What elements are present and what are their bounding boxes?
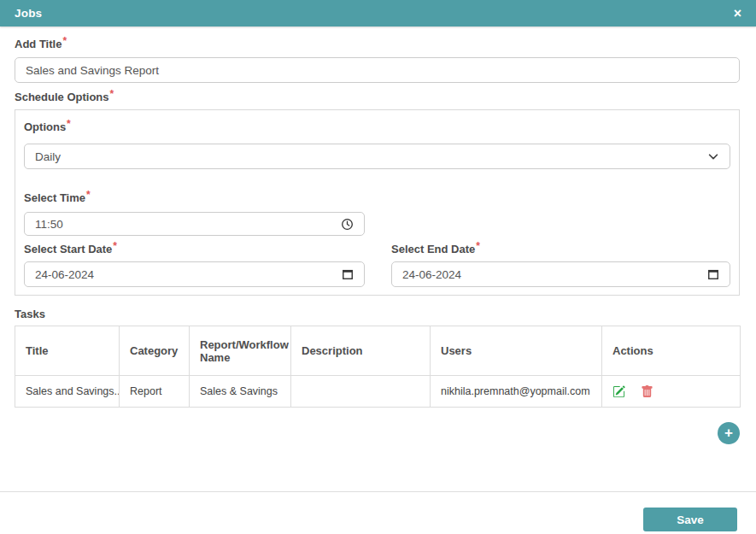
schedule-options-group: Options* Daily Select Time* 11:50 Select… xyxy=(15,109,740,296)
required-asterisk: * xyxy=(86,189,91,201)
tasks-table: Title Category Report/Workflow Name Desc… xyxy=(15,326,741,408)
add-title-label: Add Title* xyxy=(15,38,740,50)
time-input[interactable]: 11:50 xyxy=(24,212,365,236)
options-selected-value: Daily xyxy=(35,150,61,163)
required-asterisk: * xyxy=(476,240,480,252)
column-header-report-workflow-name: Report/Workflow Name xyxy=(190,326,291,376)
cell-description xyxy=(291,376,431,408)
save-button[interactable]: Save xyxy=(643,508,737,531)
modal-footer: Save xyxy=(15,492,740,531)
end-date-value: 24-06-2024 xyxy=(402,268,461,281)
options-label: Options* xyxy=(24,120,730,133)
start-date-input[interactable]: 24-06-2024 xyxy=(24,261,365,287)
edit-button[interactable] xyxy=(612,385,625,398)
cell-report-workflow-name: Sales & Savings xyxy=(190,376,291,408)
trash-icon xyxy=(641,385,653,398)
delete-button[interactable] xyxy=(641,385,653,398)
required-asterisk: * xyxy=(62,35,67,47)
tasks-label: Tasks xyxy=(15,308,740,320)
date-row: Select Start Date* 24-06-2024 Select End… xyxy=(24,243,730,287)
cell-actions xyxy=(602,376,741,408)
column-header-category: Category xyxy=(120,326,190,376)
column-header-actions: Actions xyxy=(602,326,741,376)
column-header-title: Title xyxy=(15,326,120,376)
select-end-date-label: Select End Date* xyxy=(391,243,730,255)
cell-category: Report xyxy=(120,376,190,408)
select-time-label: Select Time* xyxy=(24,191,730,204)
select-start-date-label: Select Start Date* xyxy=(24,243,365,255)
table-row: Sales and Savings... Report Sales & Savi… xyxy=(15,376,741,408)
schedule-options-label: Schedule Options* xyxy=(15,91,740,103)
close-icon[interactable]: × xyxy=(734,7,741,21)
modal-header: Jobs × xyxy=(0,0,756,26)
options-select[interactable]: Daily xyxy=(24,144,730,169)
required-asterisk: * xyxy=(67,118,71,130)
calendar-icon[interactable] xyxy=(342,268,354,280)
cell-users: nikhila.premnath@yopmail.com xyxy=(431,376,602,408)
chevron-down-icon xyxy=(707,150,719,162)
end-date-input[interactable]: 24-06-2024 xyxy=(391,261,730,287)
cell-title: Sales and Savings... xyxy=(15,376,120,408)
calendar-icon[interactable] xyxy=(707,268,719,280)
column-header-description: Description xyxy=(291,326,431,376)
time-value: 11:50 xyxy=(35,218,63,231)
modal-title: Jobs xyxy=(15,7,42,20)
add-title-input[interactable] xyxy=(15,57,740,83)
add-task-button[interactable]: + xyxy=(718,422,740,444)
column-header-users: Users xyxy=(431,326,602,376)
plus-icon: + xyxy=(724,425,733,440)
required-asterisk: * xyxy=(110,88,114,100)
edit-icon xyxy=(612,385,625,398)
required-asterisk: * xyxy=(113,240,117,252)
table-header-row: Title Category Report/Workflow Name Desc… xyxy=(15,326,741,376)
clock-icon[interactable] xyxy=(341,218,354,231)
modal-body: Add Title* Schedule Options* Options* Da… xyxy=(0,38,756,531)
start-date-value: 24-06-2024 xyxy=(35,268,94,281)
